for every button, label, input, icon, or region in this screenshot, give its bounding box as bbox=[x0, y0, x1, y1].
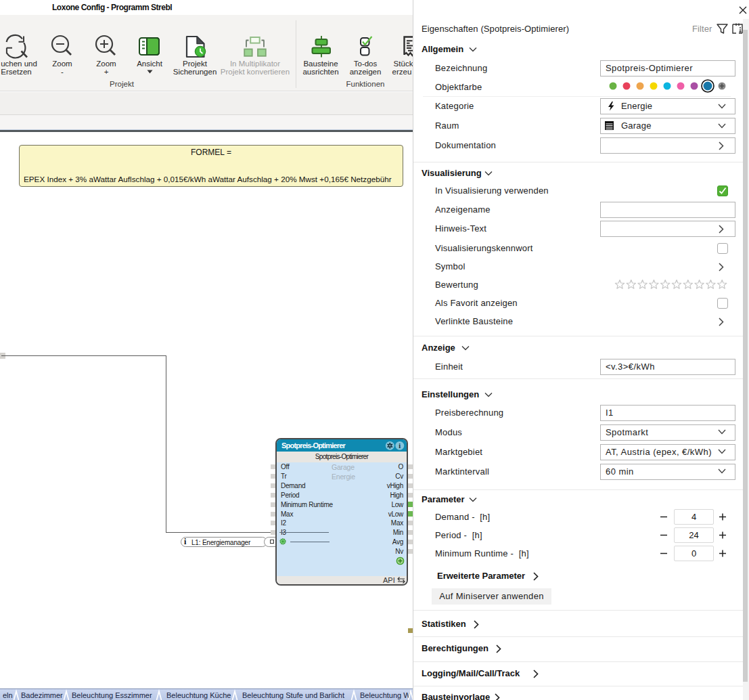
svg-text:i: i bbox=[399, 442, 401, 450]
